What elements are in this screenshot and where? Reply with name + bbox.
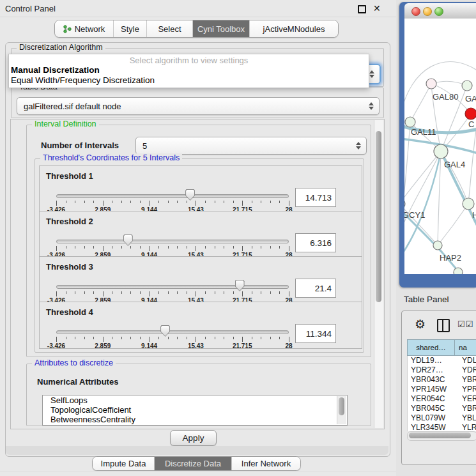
table-row[interactable]: YPR145WYPR145W bbox=[408, 385, 476, 394]
float-window-icon[interactable] bbox=[358, 5, 366, 13]
threshold-slider[interactable]: -3.4262.8599.14415.4321.71528 bbox=[56, 330, 289, 350]
algorithm-option[interactable]: Manual Discretization bbox=[11, 65, 100, 75]
table-row[interactable]: YLR345WYLR345W bbox=[408, 423, 476, 431]
table-row[interactable]: YBR045CYBR045C bbox=[408, 404, 476, 413]
table-row[interactable]: YDL19…YDL19… bbox=[408, 356, 476, 365]
tab-impute-data[interactable]: Impute Data bbox=[93, 457, 155, 470]
tab-network[interactable]: Network bbox=[55, 20, 114, 37]
algorithm-option[interactable]: Equal Width/Frequency Discretization bbox=[11, 75, 155, 85]
minimize-traffic-light[interactable] bbox=[423, 7, 432, 16]
table-row[interactable]: YBR043CYBR043C bbox=[408, 375, 476, 385]
table-data-combobox[interactable]: galFiltered.sif default node bbox=[17, 97, 380, 115]
HAP2-node bbox=[433, 241, 442, 250]
GCY1-node bbox=[404, 199, 405, 209]
tab-label: Infer Network bbox=[242, 459, 291, 468]
threshold-value-field[interactable]: 11.344 bbox=[295, 324, 336, 343]
zoom-traffic-light[interactable] bbox=[434, 7, 443, 16]
right-pane: GAL80GACGAL11GAL4GCY1HAHAP2 Table Panel … bbox=[396, 0, 476, 476]
discretization-algorithm-title: Discretization Algorithm bbox=[17, 43, 105, 52]
threshold-value-field[interactable]: 14.713 bbox=[295, 188, 336, 207]
checkboxes-icon[interactable]: ☑☑ bbox=[457, 319, 473, 329]
table-header-row: shared… na bbox=[407, 339, 476, 356]
attribute-item[interactable]: TopologicalCoefficient bbox=[43, 405, 347, 415]
tick-label: 2.859 bbox=[95, 342, 111, 349]
tab-label: Network bbox=[75, 24, 105, 34]
node-table: shared… na YDL19…YDL19…YDR27…YDR27…YBR04… bbox=[407, 339, 476, 431]
settings-scroll-panel: Interval Definition Number of Intervals … bbox=[10, 119, 385, 429]
settings-scrollbar[interactable] bbox=[374, 120, 383, 428]
close-traffic-light[interactable] bbox=[411, 7, 420, 16]
control-panel: Control Panel ✕ NetworkStyleSelectCyni T… bbox=[0, 0, 396, 476]
threshold-value-field[interactable]: 21.4 bbox=[295, 279, 336, 298]
cell-name: YER054C bbox=[457, 394, 476, 404]
table-row[interactable]: YER054CYER054C bbox=[408, 394, 476, 404]
tab-label: jActiveMNodules bbox=[263, 24, 325, 34]
table-row[interactable]: YBL079WYBL079W bbox=[408, 413, 476, 423]
table-row[interactable]: YDR27…YDR27… bbox=[408, 365, 476, 375]
slider-track[interactable] bbox=[56, 330, 289, 334]
svg-text:GAL80: GAL80 bbox=[433, 92, 458, 102]
threshold-row: Threshold 4-3.4262.8599.14415.4321.71528… bbox=[39, 302, 362, 349]
tick-label: 9.144 bbox=[141, 342, 157, 349]
cell-name: YBL079W bbox=[457, 413, 476, 423]
table-panel-toolbar: ⚙ ☑☑ bbox=[402, 311, 476, 339]
cell-shared-name: YBR043C bbox=[408, 375, 457, 385]
tab-discretize-data[interactable]: Discretize Data bbox=[155, 457, 232, 470]
thresholds-section: Threshold's Coordinates for 5 Intervals … bbox=[35, 158, 364, 353]
slider-track[interactable] bbox=[56, 240, 289, 243]
tab-infer-network[interactable]: Infer Network bbox=[232, 457, 300, 470]
threshold-row: Threshold 1-3.4262.8599.14415.4321.71528… bbox=[39, 165, 362, 213]
number-of-intervals-combobox[interactable]: 5 bbox=[135, 137, 367, 155]
network-canvas[interactable]: GAL80GACGAL11GAL4GCY1HAHAP2 bbox=[404, 19, 476, 274]
threshold-label: Threshold 1 bbox=[46, 171, 93, 181]
slider-handle[interactable] bbox=[235, 280, 245, 291]
svg-text:GCY1: GCY1 bbox=[404, 210, 425, 220]
top-right-node bbox=[462, 81, 472, 91]
tab-cyni-toolbox[interactable]: Cyni Toolbox bbox=[193, 20, 250, 37]
tab-jactivemnodules[interactable]: jActiveMNodules bbox=[250, 20, 338, 37]
tab-label: Style bbox=[121, 24, 139, 34]
column-layout-icon[interactable] bbox=[437, 319, 450, 332]
cell-shared-name: YPR145W bbox=[408, 385, 457, 394]
cell-name: YBR043C bbox=[457, 375, 476, 385]
apply-button[interactable]: Apply bbox=[170, 430, 217, 446]
slider-ticks bbox=[56, 201, 289, 206]
number-of-intervals-label: Number of Intervals bbox=[41, 141, 119, 150]
svg-text:HA: HA bbox=[472, 210, 476, 220]
network-window-titlebar[interactable] bbox=[404, 3, 476, 19]
tab-style[interactable]: Style bbox=[114, 20, 147, 37]
tick-label: -3.426 bbox=[47, 342, 65, 349]
attributes-scrollbar[interactable] bbox=[337, 396, 346, 424]
gear-icon[interactable]: ⚙ bbox=[415, 317, 426, 332]
GAL11-node bbox=[405, 117, 415, 127]
slider-track[interactable] bbox=[56, 285, 289, 289]
slider-track[interactable] bbox=[56, 194, 289, 198]
attributes-section: Attributes to discretize Numerical Attri… bbox=[26, 364, 371, 426]
table-data-section: Table Data galFiltered.sif default node bbox=[11, 88, 384, 118]
close-icon[interactable]: ✕ bbox=[373, 3, 381, 13]
column-header-shared-name[interactable]: shared… bbox=[407, 339, 454, 356]
threshold-label: Threshold 2 bbox=[46, 217, 93, 226]
tab-select[interactable]: Select bbox=[147, 20, 193, 37]
column-header-name[interactable]: na bbox=[454, 339, 476, 356]
table-rows[interactable]: YDL19…YDL19…YDR27…YDR27…YBR043CYBR043CYP… bbox=[407, 356, 476, 431]
attribute-item[interactable]: BetweennessCentrality bbox=[43, 415, 347, 424]
slider-handle[interactable] bbox=[160, 325, 170, 337]
bottom-tab-bar: Impute DataDiscretize DataInfer Network bbox=[92, 456, 301, 471]
svg-text:GAL4: GAL4 bbox=[444, 160, 465, 169]
red-node bbox=[465, 108, 476, 119]
table-panel: ⚙ ☑☑ shared… na YDL19…YDL19…YDR27…YDR27…… bbox=[401, 311, 476, 465]
numerical-attributes-list[interactable]: SelfLoopsTopologicalCoefficientBetweenne… bbox=[42, 395, 348, 426]
threshold-value-field[interactable]: 6.316 bbox=[295, 233, 336, 252]
network-view-window[interactable]: GAL80GACGAL11GAL4GCY1HAHAP2 bbox=[399, 2, 476, 288]
attribute-item[interactable]: SelfLoops bbox=[43, 395, 347, 405]
table-horizontal-scrollbar[interactable] bbox=[407, 431, 476, 441]
slider-handle[interactable] bbox=[185, 189, 195, 201]
slider-handle[interactable] bbox=[123, 234, 133, 246]
combo-arrows-icon bbox=[368, 102, 374, 110]
slider-ticks bbox=[56, 246, 289, 252]
tick-label: 28 bbox=[285, 342, 292, 349]
number-of-intervals-value: 5 bbox=[136, 141, 355, 151]
GAL4-node bbox=[434, 144, 448, 158]
table-panel-title: Table Panel bbox=[404, 295, 449, 304]
